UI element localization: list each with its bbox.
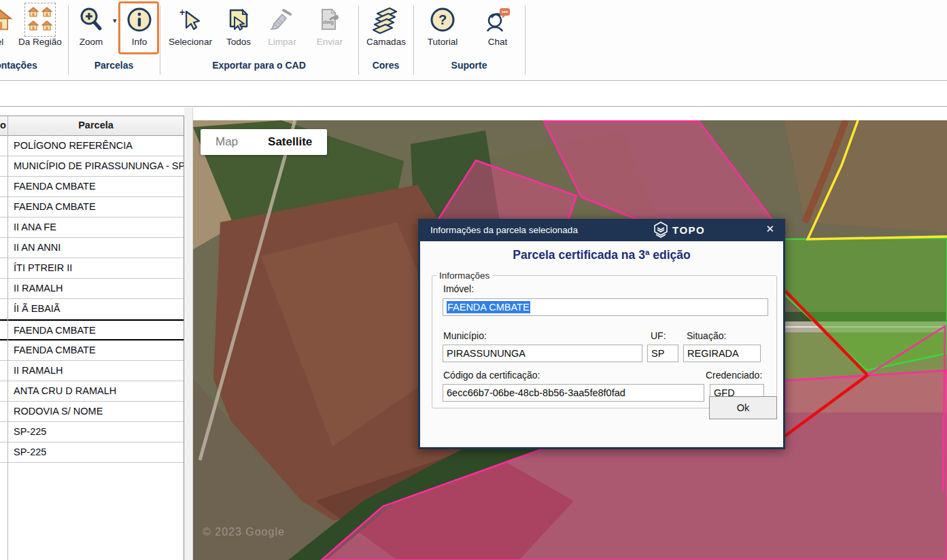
group-label-suporte: Suporte — [413, 60, 525, 71]
dialog-title: Informações da parcela selecionada — [430, 225, 578, 235]
toolbar-item-selecionar[interactable]: + Selecionar — [165, 4, 216, 47]
toolbar-item-limpar: Limpar — [261, 4, 303, 47]
map-attribution: © 2023 Google — [203, 526, 285, 538]
toolbar-item-label: Da Região — [14, 37, 67, 47]
list-item[interactable]: II RAMALH — [0, 361, 184, 381]
toolbar-item-label: Selecionar — [165, 37, 216, 47]
list-item[interactable]: II RAMALH — [0, 279, 184, 299]
group-label-montacoes: ontações — [0, 60, 61, 71]
svg-text:+: + — [179, 7, 185, 18]
toolbar-separator — [525, 5, 526, 75]
toolbar-item-label: Info — [121, 37, 158, 47]
topo-logo: TOPO — [653, 222, 705, 238]
list-item[interactable]: FAENDA CMBATE — [0, 197, 184, 217]
map-view-button[interactable]: Map — [201, 129, 253, 155]
imovel-label: Imóvel: — [443, 283, 474, 294]
list-item[interactable]: SP-225 — [0, 442, 184, 463]
uf-input[interactable]: SP — [647, 345, 678, 362]
select-all-pages-icon — [219, 4, 258, 35]
toolbar-item-enviar: dwg Enviar — [307, 4, 352, 47]
dialog-titlebar[interactable]: Informações da parcela selecionada TOPO … — [418, 219, 785, 241]
toolbar-item-label: Camadas — [362, 37, 411, 47]
list-item[interactable]: ANTA CRU D RAMALH — [0, 381, 184, 402]
list-item[interactable]: MUNICÍPIO DE PIRASSUNUNGA - SP — [0, 156, 184, 177]
toolbar-item-todos[interactable]: Todos — [219, 4, 258, 47]
ribbon-toolbar: el — [0, 0, 947, 81]
close-icon[interactable]: ✕ — [765, 223, 774, 235]
toolbar-item-chat[interactable]: Chat — [477, 4, 518, 47]
toolbar-item-label: Zoom — [72, 37, 110, 47]
layers-icon — [362, 4, 411, 35]
list-item[interactable]: FAENDA CMBATE — [0, 319, 184, 340]
municipio-input[interactable]: PIRASSUNUNGA — [443, 345, 642, 362]
municipio-label: Município: — [443, 330, 487, 341]
situacao-label: Situação: — [687, 330, 726, 341]
panel-splitter[interactable] — [184, 107, 193, 560]
list-item[interactable]: ÍI Ã EBAIÃ — [0, 299, 184, 319]
uf-label: UF: — [651, 330, 666, 341]
toolbar-item-label: Tutorial — [420, 37, 465, 47]
ribbon-lower-strip — [0, 82, 947, 107]
topo-logo-icon — [653, 222, 669, 238]
toolbar-item-da-regiao[interactable]: Da Região — [14, 4, 67, 47]
list-item[interactable]: II AN ANNI — [0, 238, 184, 258]
list-item[interactable]: SP-225 — [0, 422, 184, 442]
codigo-label: Código da certificação: — [443, 370, 540, 381]
satellite-view-button[interactable]: Satellite — [253, 129, 327, 155]
parcel-list: POLÍGONO REFERÊNCIAMUNICÍPIO DE PIRASSUN… — [0, 136, 184, 463]
zoom-magnifier-icon — [72, 4, 110, 35]
map-type-control: Map Satellite — [201, 129, 327, 155]
send-dwg-icon: dwg — [307, 4, 352, 35]
info-icon — [121, 4, 158, 35]
parcela-column-header: Parcela — [8, 120, 184, 130]
question-circle-icon: ? — [420, 4, 465, 35]
parcel-table: o Parcela POLÍGONO REFERÊNCIAMUNICÍPIO D… — [0, 116, 184, 560]
region-houses-icon — [14, 4, 67, 35]
svg-text:?: ? — [438, 12, 447, 27]
dialog-heading: Parcela certificada na 3ª edição — [420, 248, 783, 262]
zoom-dropdown-arrow-icon[interactable]: ▾ — [113, 16, 117, 25]
list-item[interactable]: FAENDA CMBATE — [0, 340, 184, 361]
list-item[interactable]: II ANA FE — [0, 217, 184, 238]
clean-brush-icon — [261, 4, 303, 35]
list-item[interactable]: POLÍGONO REFERÊNCIA — [0, 136, 184, 156]
toolbar-item-label: Todos — [219, 37, 258, 47]
codigo-input[interactable]: 6ecc66b7-06be-48cb-8b56-3aa5fe8f0fad — [443, 384, 704, 402]
partial-first-column — [0, 116, 8, 560]
ok-button[interactable]: Ok — [709, 396, 777, 419]
select-cursor-icon: + — [165, 4, 216, 35]
list-item[interactable]: ÍTI PTREIR II — [0, 258, 184, 279]
toolbar-item-zoom[interactable]: Zoom — [72, 4, 110, 47]
informacoes-fieldset: Informações Imóvel: FAENDA CMBATE Municí… — [432, 270, 777, 408]
group-label-parcelas: Parcelas — [68, 60, 160, 71]
toolbar-item-label: Limpar — [261, 37, 303, 47]
group-label-exportar-cad: Exportar para o CAD — [160, 60, 358, 71]
list-item[interactable]: RODOVIA S/ NOME — [0, 402, 184, 422]
list-item[interactable]: FAENDA CMBATE — [0, 177, 184, 197]
credenciado-label: Credenciado: — [706, 370, 762, 381]
toolbar-item-label: Enviar — [307, 37, 352, 47]
parcel-table-header: o Parcela — [0, 116, 184, 136]
toolbar-item-tutorial[interactable]: ? Tutorial — [420, 4, 465, 47]
parcel-info-dialog: Informações da parcela selecionada TOPO … — [418, 219, 785, 449]
group-label-cores: Cores — [358, 60, 413, 71]
situacao-input[interactable]: REGIRADA — [683, 345, 761, 362]
imovel-input[interactable]: FAENDA CMBATE — [443, 298, 768, 316]
chat-person-icon — [477, 4, 518, 35]
fieldset-legend: Informações — [436, 270, 492, 281]
svg-text:dwg: dwg — [323, 19, 334, 25]
toolbar-item-info[interactable]: Info — [121, 4, 158, 47]
topo-logo-text: TOPO — [672, 224, 705, 236]
toolbar-item-label: Chat — [477, 37, 518, 47]
toolbar-item-camadas[interactable]: Camadas — [362, 4, 411, 47]
selected-text: FAENDA CMBATE — [447, 301, 530, 313]
